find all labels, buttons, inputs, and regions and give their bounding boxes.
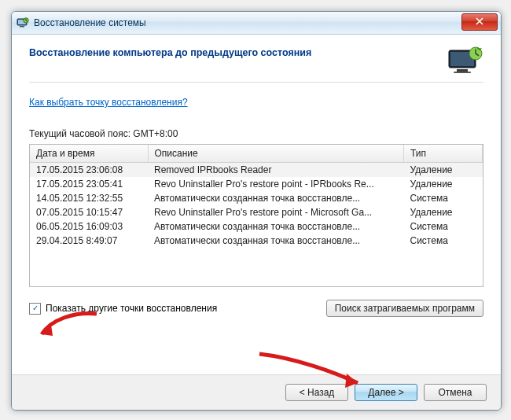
cell-description: Removed IPRbooks Reader	[148, 163, 404, 178]
monitor-restore-icon	[446, 46, 483, 77]
cell-datetime: 14.05.2015 12:32:55	[30, 191, 148, 205]
svg-rect-7	[454, 72, 471, 73]
table-row[interactable]: 17.05.2015 23:06:08 Removed IPRbooks Rea…	[30, 163, 483, 178]
cell-description: Автоматически созданная точка восстановл…	[148, 191, 404, 205]
cell-type: Система	[404, 219, 483, 234]
divider	[29, 82, 483, 83]
close-icon	[476, 17, 483, 27]
table-row[interactable]: 29.04.2015 8:49:07 Автоматически созданн…	[30, 234, 483, 248]
cell-description: Revo Uninstaller Pro's restore point - M…	[148, 205, 404, 219]
svg-rect-6	[457, 69, 468, 72]
howto-link[interactable]: Как выбрать точку восстановления?	[29, 97, 188, 108]
next-button[interactable]: Далее >	[355, 384, 417, 401]
restore-icon	[17, 17, 29, 29]
page-title: Восстановление компьютера до предыдущего…	[29, 46, 311, 58]
cell-datetime: 06.05.2015 16:09:03	[30, 219, 148, 234]
cancel-button[interactable]: Отмена	[424, 384, 487, 401]
content-area: Восстановление компьютера до предыдущего…	[12, 35, 501, 328]
col-type[interactable]: Тип	[404, 145, 483, 163]
col-datetime[interactable]: Дата и время	[30, 145, 148, 163]
cell-datetime: 17.05.2015 23:05:41	[30, 177, 148, 191]
table-header-row[interactable]: Дата и время Описание Тип	[30, 145, 483, 163]
checkbox-icon: ✓	[29, 303, 41, 315]
col-description[interactable]: Описание	[148, 145, 404, 163]
table-row[interactable]: 06.05.2015 16:09:03 Автоматически создан…	[30, 219, 483, 234]
timezone-label: Текущий часовой пояс: GMT+8:00	[29, 128, 483, 139]
cell-type: Удаление	[404, 163, 483, 178]
table-row[interactable]: 17.05.2015 23:05:41 Revo Uninstaller Pro…	[30, 177, 483, 191]
cell-datetime: 17.05.2015 23:06:08	[30, 163, 148, 178]
cell-description: Revo Uninstaller Pro's restore point - I…	[148, 177, 404, 191]
svg-rect-2	[20, 26, 24, 28]
cell-description: Автоматически созданная точка восстановл…	[148, 219, 404, 234]
titlebar: Восстановление системы	[12, 12, 501, 35]
close-button[interactable]	[461, 13, 498, 31]
table-row[interactable]: 14.05.2015 12:32:55 Автоматически создан…	[30, 191, 483, 205]
restore-points-table[interactable]: Дата и время Описание Тип 17.05.2015 23:…	[29, 144, 483, 287]
window-title: Восстановление системы	[34, 17, 146, 28]
cell-type: Система	[404, 234, 483, 248]
cell-type: Удаление	[404, 177, 483, 191]
cell-datetime: 07.05.2015 10:15:47	[30, 205, 148, 219]
cell-type: Удаление	[404, 205, 483, 219]
cell-description: Автоматически созданная точка восстановл…	[148, 234, 404, 248]
system-restore-window: Восстановление системы Восстановление ко…	[11, 11, 502, 411]
show-other-points-checkbox[interactable]: ✓ Показать другие точки восстановления	[29, 303, 217, 315]
wizard-footer: < Назад Далее > Отмена	[12, 374, 501, 410]
cell-datetime: 29.04.2015 8:49:07	[30, 234, 148, 248]
table-row[interactable]: 07.05.2015 10:15:47 Revo Uninstaller Pro…	[30, 205, 483, 219]
show-other-points-label: Показать другие точки восстановления	[46, 303, 217, 314]
cell-type: Система	[404, 191, 483, 205]
affected-programs-button[interactable]: Поиск затрагиваемых программ	[326, 300, 483, 317]
back-button[interactable]: < Назад	[285, 384, 348, 401]
